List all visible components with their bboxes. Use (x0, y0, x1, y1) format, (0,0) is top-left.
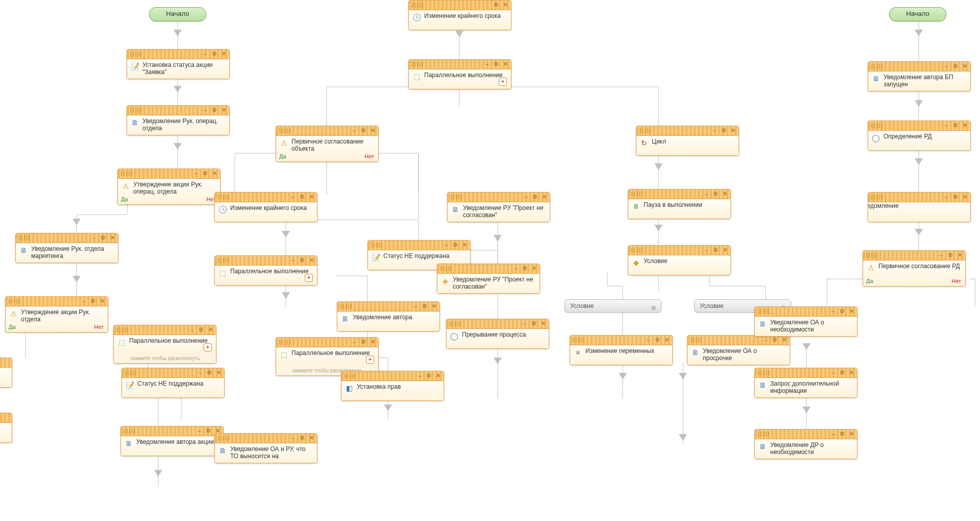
gear-icon[interactable]: ⚙ (452, 241, 459, 248)
close-icon[interactable]: ✕ (848, 369, 855, 376)
gear-icon[interactable]: ⚙ (952, 62, 959, 69)
close-icon[interactable]: ✕ (207, 326, 214, 333)
task-primary-approval-rd[interactable]: – ⚙ ✕ ⚠ Первичное согласование РД Да Нет (863, 250, 966, 287)
minimize-icon[interactable]: – (351, 338, 358, 345)
task-deadline-b[interactable]: – ⚙ ✕ 🕓 Изменение крайнего срока (214, 192, 317, 222)
gear-icon[interactable]: ⚙ (360, 127, 367, 134)
gear-icon[interactable]: ⚙ (839, 307, 846, 315)
close-icon[interactable]: ✕ (461, 241, 468, 248)
task-parallel-b[interactable]: – ⚙ ✕ ⬚ Параллельное выполнение + (214, 255, 317, 286)
close-icon[interactable]: ✕ (220, 106, 227, 113)
gear-icon[interactable]: ⚙ (651, 302, 658, 309)
gear-icon[interactable]: ⚙ (299, 434, 306, 441)
close-icon[interactable]: ✕ (434, 372, 442, 379)
minimize-icon[interactable]: – (351, 127, 358, 134)
minimize-icon[interactable]: – (943, 122, 950, 129)
minimize-icon[interactable]: – (829, 307, 837, 315)
gear-icon[interactable]: ⚙ (839, 369, 846, 376)
minimize-icon[interactable]: – (711, 127, 718, 134)
close-icon[interactable]: ✕ (109, 234, 116, 241)
minimize-icon[interactable]: – (483, 60, 491, 67)
close-icon[interactable]: ✕ (663, 336, 670, 343)
condition-branch-left[interactable]: Условие ⚙ (565, 299, 662, 313)
start-node-a[interactable]: Начало (149, 7, 206, 21)
close-icon[interactable]: ✕ (961, 193, 968, 200)
close-icon[interactable]: ✕ (956, 251, 963, 258)
gear-icon[interactable]: ⚙ (198, 326, 205, 333)
close-icon[interactable]: ✕ (721, 190, 728, 197)
gear-icon[interactable]: ⚙ (952, 122, 959, 129)
task-parallel-a[interactable]: – ⚙ ✕ ⬚ Параллельное выполнение + нажмит… (113, 325, 216, 364)
minimize-icon[interactable]: – (938, 251, 945, 258)
minimize-icon[interactable]: – (762, 336, 769, 343)
task-primary-approval[interactable]: – ⚙ ✕ ⚠ Первичное согласование объекта Д… (276, 126, 379, 162)
gear-icon[interactable]: ⚙ (360, 338, 367, 345)
close-icon[interactable]: ✕ (541, 193, 548, 200)
close-icon[interactable]: ✕ (308, 193, 315, 200)
minimize-icon[interactable]: – (416, 372, 423, 379)
gear-icon[interactable]: ⚙ (421, 302, 428, 310)
start-node-d[interactable]: Начало (889, 7, 946, 21)
task-titlebar[interactable]: – ⚙ ✕ (127, 50, 229, 59)
gear-icon[interactable]: ⚙ (712, 246, 719, 253)
task-notify-marketing[interactable]: – ⚙ ✕ 🗎 Уведомление Рук. отдела маркетин… (15, 233, 118, 263)
minimize-icon[interactable]: – (443, 241, 450, 248)
close-icon[interactable]: ✕ (961, 62, 968, 69)
gear-icon[interactable]: ⚙ (206, 369, 213, 376)
task-condition[interactable]: – ⚙ ✕ ◆ Условие (628, 245, 731, 275)
expand-icon[interactable]: + (499, 78, 507, 86)
task-notify-dr[interactable]: – ⚙ ✕ 🗎 Уведомление ДР о необходимости (754, 429, 857, 459)
task-notify-bp-author[interactable]: – ⚙ ✕ 🗎 Уведомление автора БП запущен (868, 61, 971, 91)
minimize-icon[interactable]: – (289, 256, 297, 264)
minimize-icon[interactable]: – (522, 193, 529, 200)
close-icon[interactable]: ✕ (540, 320, 547, 327)
minimize-icon[interactable]: – (703, 246, 710, 253)
close-icon[interactable]: ✕ (308, 256, 315, 264)
task-define-rd[interactable]: – ⚙ ✕ ◯ Определение РД (868, 121, 971, 151)
task-change-vars[interactable]: – ⚙ ✕ ≡ Изменение переменных (570, 335, 673, 365)
gear-icon[interactable]: ⚙ (100, 234, 107, 241)
expand-icon[interactable]: + (204, 343, 212, 351)
gear-icon[interactable]: ⚙ (211, 50, 218, 57)
close-icon[interactable]: ✕ (369, 338, 376, 345)
gear-icon[interactable]: ⚙ (654, 336, 661, 343)
close-icon[interactable]: ✕ (530, 265, 537, 272)
minimize-icon[interactable]: – (289, 434, 297, 441)
minimize-icon[interactable]: – (521, 320, 528, 327)
close-icon[interactable]: ✕ (215, 369, 222, 376)
gear-icon[interactable]: ⚙ (202, 170, 209, 177)
minimize-icon[interactable]: – (202, 106, 209, 113)
minimize-icon[interactable]: – (192, 170, 200, 177)
gear-icon[interactable]: ⚙ (771, 336, 778, 343)
task-interrupt[interactable]: – ⚙ ✕ ◯ Прерывание процесса (446, 319, 549, 349)
task-clipped[interactable] (0, 413, 12, 443)
task-clipped[interactable] (0, 358, 12, 388)
task-deadline-top[interactable]: ⚙ ✕ 🕓 Изменение крайнего срока (408, 0, 511, 30)
gear-icon[interactable]: ⚙ (947, 251, 954, 258)
minimize-icon[interactable]: – (80, 297, 87, 304)
gear-icon[interactable]: ⚙ (839, 430, 846, 437)
gear-icon[interactable]: ⚙ (89, 297, 96, 304)
minimize-icon[interactable]: – (412, 302, 419, 310)
close-icon[interactable]: ✕ (848, 307, 855, 315)
minimize-icon[interactable]: – (943, 62, 950, 69)
task-set-rights[interactable]: – ⚙ ✕ ◧ Установка прав (341, 371, 444, 401)
minimize-icon[interactable]: – (289, 193, 297, 200)
gear-icon[interactable]: ⚙ (493, 60, 500, 67)
close-icon[interactable]: ✕ (308, 434, 315, 441)
close-icon[interactable]: ✕ (848, 430, 855, 437)
task-notify-author-b[interactable]: – ⚙ ✕ 🗎 Уведомление автора (337, 301, 440, 331)
close-icon[interactable]: ✕ (220, 50, 227, 57)
task-notify-oa-need[interactable]: – ⚙ ✕ 🗎 Уведомление ОА о необходимости (754, 306, 857, 337)
expand-icon[interactable]: + (366, 356, 374, 364)
expand-icon[interactable]: + (305, 274, 313, 282)
gear-icon[interactable]: ⚙ (425, 372, 432, 379)
gear-icon[interactable]: ⚙ (299, 193, 306, 200)
close-icon[interactable]: ✕ (502, 1, 509, 8)
task-request-info[interactable]: – ⚙ ✕ 🗎 Запрос дополнительной информации (754, 368, 857, 398)
gear-icon[interactable]: ⚙ (299, 256, 306, 264)
task-cycle[interactable]: – ⚙ ✕ ↻ Цикл (636, 126, 739, 156)
task-parallel-top[interactable]: – ⚙ ✕ ⬚ Параллельное выполнение + (408, 59, 511, 89)
minimize-icon[interactable]: – (645, 336, 652, 343)
close-icon[interactable]: ✕ (99, 297, 106, 304)
